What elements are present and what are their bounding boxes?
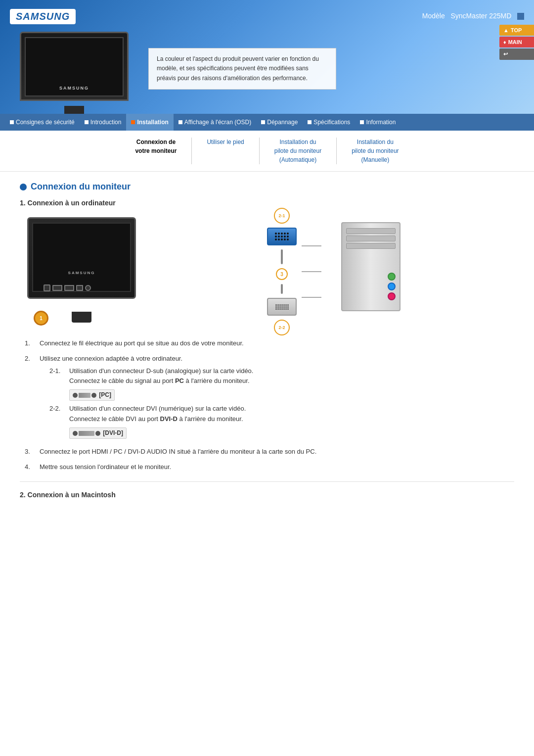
nav-item-depannage[interactable]: Dépannage: [256, 114, 303, 131]
badge-circle-left-pc: [73, 393, 78, 398]
instr-text-4: Mettre sous tension l'ordinateur et le m…: [40, 462, 514, 472]
port-circle1: [85, 285, 91, 291]
sub-section-2-title: 2. Connexion à un Macintosh: [20, 491, 514, 499]
top-arrow-icon: ▲: [503, 27, 509, 33]
nav-bullet-installation: [131, 120, 135, 124]
instr-sub-num-21: 2-1.: [49, 366, 64, 402]
nav-item-introduction[interactable]: Introduction: [80, 114, 127, 131]
instr-num-2: 2.: [25, 354, 35, 364]
main-arrow-icon: ♦: [503, 39, 506, 45]
instr-sub-22: 2-2. Utilisation d'un connecteur DVI (nu…: [49, 404, 514, 440]
instr-text-2: Utilisez une connexion adaptée à votre o…: [40, 355, 182, 362]
sub-nav-connexion[interactable]: Connexion devotre moniteur: [120, 138, 192, 164]
power-badge: 1: [34, 311, 48, 326]
samsung-logo: SAMSUNG: [10, 9, 76, 24]
connector-icon-pc: [79, 393, 90, 398]
pc-drives: [342, 223, 400, 249]
sub-nav: Connexion devotre moniteur Utiliser le p…: [0, 131, 534, 172]
instruction-1: 1. Connectez le fil électrique au port q…: [25, 338, 514, 349]
instr-sub-content-22: Utilisation d'un connecteur DVI (numériq…: [69, 404, 246, 440]
instr-sub-21: 2-1. Utilisation d'un connecteur D-sub (…: [49, 366, 514, 402]
sub-nav-pied[interactable]: Utiliser le pied: [192, 138, 259, 164]
badge-22: 2-2: [274, 320, 290, 335]
nav-bar: Consignes de sécurité Introduction Insta…: [0, 114, 534, 131]
nav-label-information: Information: [366, 119, 396, 126]
dvi-connector: [267, 298, 297, 316]
dvi-connector-badge: [DVI-D]: [69, 427, 127, 439]
nav-item-information[interactable]: Information: [355, 114, 400, 131]
monitor-back-body: SAMSUNG: [27, 217, 136, 299]
sub-nav-manual-label: Installation dupilote du moniteur(Manuel…: [352, 138, 399, 164]
bold-dvid: DVI-D: [160, 415, 178, 423]
port-audio: [76, 285, 83, 291]
notice-box: La couleur et l'aspect du produit peuven…: [148, 48, 336, 90]
cable-vga: [281, 249, 283, 264]
nav-item-consignes[interactable]: Consignes de sécurité: [5, 114, 80, 131]
nav-bullet-information: [360, 120, 364, 124]
instr-sub-text-22a: Utilisation d'un connecteur DVI (numériq…: [69, 404, 246, 414]
line-bot: [302, 297, 321, 298]
nav-item-specifications[interactable]: Spécifications: [303, 114, 355, 131]
nav-item-osd[interactable]: Affichage à l'écran (OSD): [174, 114, 256, 131]
sub-nav-manual[interactable]: Installation dupilote du moniteur(Manuel…: [337, 138, 413, 164]
top-button-label: TOP: [511, 27, 522, 33]
badge-3: 3: [276, 268, 288, 280]
badge-circle-right-pc: [91, 393, 96, 398]
nav-label-consignes: Consignes de sécurité: [16, 119, 75, 126]
monitor-body: SAMSUNG: [20, 32, 129, 101]
port-power: [44, 284, 50, 291]
pc-case: [341, 222, 400, 311]
instruction-2: 2. Utilisez une connexion adaptée à votr…: [25, 354, 514, 442]
pc-case-group: [326, 222, 400, 321]
monitor-brand-label: SAMSUNG: [59, 86, 89, 91]
drive-slot-2: [346, 236, 396, 241]
dvi-badge-container: [DVI-D]: [69, 426, 246, 440]
sub-section-1-title: 1. Connexion à un ordinateur: [20, 199, 514, 207]
sub-nav-auto[interactable]: Installation dupilote du moniteur(Automa…: [260, 138, 337, 164]
model-label: Modèle: [422, 12, 445, 20]
nav-item-installation[interactable]: Installation: [126, 114, 173, 131]
monitor-illustration: SAMSUNG: [10, 29, 138, 108]
diagram-area: SAMSUNG 1 2-1: [20, 215, 514, 329]
section-title: Connexion du moniteur: [20, 182, 514, 192]
monitor-stand: [64, 106, 84, 114]
instr-content-2: Utilisez une connexion adaptée à votre o…: [40, 354, 514, 442]
header: SAMSUNG Modèle SyncMaster 225MD SAMSUNG …: [0, 0, 534, 114]
cable-audio: [281, 284, 283, 294]
header-content: SAMSUNG La couleur et l'aspect du produi…: [0, 24, 534, 113]
monitor-back-brand: SAMSUNG: [68, 271, 95, 275]
pc-back-ports: [388, 273, 396, 300]
bold-pc: PC: [175, 377, 184, 384]
badge-pc-label: [PC]: [97, 390, 111, 400]
arrow-group: [302, 245, 321, 298]
vga-connector: [267, 228, 297, 245]
main-content: Connexion du moniteur 1. Connexion à un …: [0, 172, 534, 509]
monitor-stand-decor: [72, 312, 91, 323]
section-dot: [20, 184, 27, 190]
header-top: SAMSUNG Modèle SyncMaster 225MD: [0, 0, 534, 24]
model-value: SyncMaster 225MD: [450, 12, 511, 20]
top-button[interactable]: ▲ TOP: [499, 25, 534, 36]
back-button[interactable]: ↩: [499, 48, 534, 60]
pc-connector-badge: [PC]: [69, 389, 115, 401]
instr-sub-num-22: 2-2.: [49, 404, 64, 440]
right-buttons: ▲ TOP ♦ MAIN ↩: [499, 25, 534, 60]
instr-text-3: Connectez le port HDMI / PC / DVI-D AUDI…: [40, 447, 514, 457]
badge-circle-left-dvi: [73, 431, 78, 436]
nav-label-introduction: Introduction: [90, 119, 122, 126]
nav-label-specifications: Spécifications: [313, 119, 350, 126]
vga-dots: [273, 231, 291, 242]
badge-number-1: 1: [40, 316, 43, 321]
line-mid: [302, 271, 321, 272]
nav-bullet-osd: [178, 120, 182, 124]
main-button[interactable]: ♦ MAIN: [499, 37, 534, 47]
nav-bullet-specifications: [308, 120, 312, 124]
nav-bullet-introduction: [85, 120, 89, 124]
instruction-3: 3. Connectez le port HDMI / PC / DVI-D A…: [25, 447, 514, 457]
nav-label-installation: Installation: [137, 119, 168, 126]
line-top: [302, 245, 321, 246]
instr-text-1: Connectez le fil électrique au port qui …: [40, 338, 514, 349]
instruction-4: 4. Mettre sous tension l'ordinateur et l…: [25, 462, 514, 472]
instructions: 1. Connectez le fil électrique au port q…: [20, 338, 514, 472]
model-info: Modèle SyncMaster 225MD: [422, 9, 524, 20]
